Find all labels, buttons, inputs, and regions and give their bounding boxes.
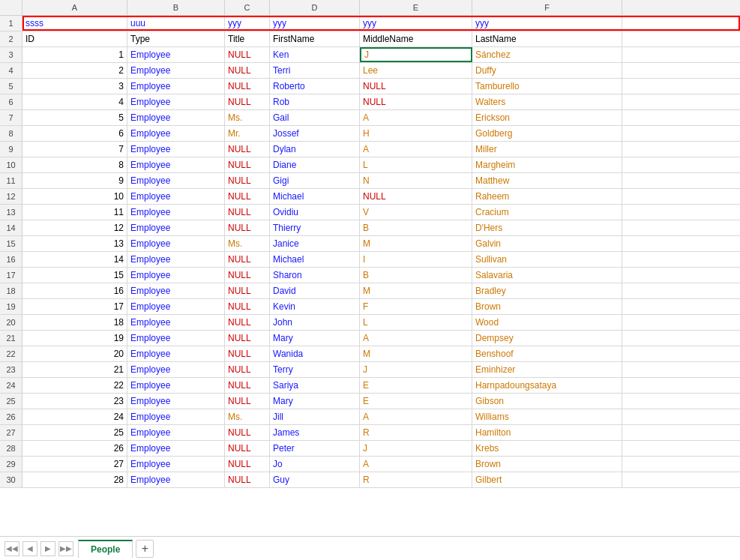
cell-title[interactable]: NULL: [225, 94, 270, 109]
cell-type[interactable]: Employee: [127, 63, 225, 78]
cell-lastname[interactable]: Raheem: [472, 189, 622, 204]
cell-title[interactable]: NULL: [225, 268, 270, 283]
cell-d1[interactable]: yyy: [270, 16, 360, 31]
cell-title[interactable]: NULL: [225, 205, 270, 220]
cell-id[interactable]: 16: [22, 283, 127, 298]
cell-middle[interactable]: I: [360, 252, 472, 267]
cell-b2[interactable]: Type: [127, 31, 225, 46]
cell-firstname[interactable]: Roberto: [270, 79, 360, 94]
cell-firstname[interactable]: Peter: [270, 441, 360, 456]
cell-title[interactable]: NULL: [225, 299, 270, 314]
cell-e2[interactable]: MiddleName: [360, 31, 472, 46]
cell-middle[interactable]: M: [360, 236, 472, 251]
nav-last[interactable]: ▶▶: [58, 541, 73, 556]
cell-id[interactable]: 6: [22, 126, 127, 141]
cell-lastname[interactable]: Duffy: [472, 63, 622, 78]
cell-a1[interactable]: ssss: [22, 16, 127, 31]
cell-lastname[interactable]: Erickson: [472, 110, 622, 125]
cell-c1[interactable]: yyy: [225, 16, 270, 31]
cell-lastname[interactable]: Dempsey: [472, 331, 622, 346]
cell-id[interactable]: 2: [22, 63, 127, 78]
col-header-e[interactable]: E: [360, 0, 472, 15]
cell-lastname[interactable]: Bradley: [472, 283, 622, 298]
cell-lastname[interactable]: Sullivan: [472, 252, 622, 267]
cell-firstname[interactable]: David: [270, 283, 360, 298]
cell-id[interactable]: 25: [22, 425, 127, 440]
cell-type[interactable]: Employee: [127, 268, 225, 283]
cell-title[interactable]: NULL: [225, 252, 270, 267]
cell-title[interactable]: NULL: [225, 142, 270, 157]
cell-middle[interactable]: J: [360, 47, 472, 62]
cell-id[interactable]: 20: [22, 346, 127, 361]
cell-type[interactable]: Employee: [127, 157, 225, 172]
cell-lastname[interactable]: Sánchez: [472, 47, 622, 62]
cell-title[interactable]: NULL: [225, 362, 270, 377]
cell-f2[interactable]: LastName: [472, 31, 622, 46]
cell-type[interactable]: Employee: [127, 236, 225, 251]
cell-id[interactable]: 26: [22, 441, 127, 456]
cell-title[interactable]: NULL: [225, 79, 270, 94]
cell-type[interactable]: Employee: [127, 315, 225, 330]
cell-f1[interactable]: yyy: [472, 16, 622, 31]
cell-firstname[interactable]: Wanida: [270, 346, 360, 361]
cell-type[interactable]: Employee: [127, 252, 225, 267]
cell-firstname[interactable]: Guy: [270, 472, 360, 487]
cell-firstname[interactable]: Jossef: [270, 126, 360, 141]
cell-firstname[interactable]: Ken: [270, 47, 360, 62]
cell-firstname[interactable]: Terry: [270, 362, 360, 377]
cell-lastname[interactable]: Brown: [472, 299, 622, 314]
cell-middle[interactable]: L: [360, 157, 472, 172]
cell-id[interactable]: 14: [22, 252, 127, 267]
cell-firstname[interactable]: Gail: [270, 110, 360, 125]
cell-type[interactable]: Employee: [127, 409, 225, 424]
cell-lastname[interactable]: Margheim: [472, 157, 622, 172]
cell-middle[interactable]: R: [360, 425, 472, 440]
cell-middle[interactable]: A: [360, 409, 472, 424]
cell-firstname[interactable]: Sharon: [270, 268, 360, 283]
cell-id[interactable]: 17: [22, 299, 127, 314]
cell-middle[interactable]: A: [360, 331, 472, 346]
cell-lastname[interactable]: Brown: [472, 457, 622, 472]
cell-middle[interactable]: F: [360, 299, 472, 314]
sheet-tab-people[interactable]: People: [78, 540, 133, 558]
cell-id[interactable]: 27: [22, 457, 127, 472]
cell-middle[interactable]: R: [360, 472, 472, 487]
cell-id[interactable]: 24: [22, 409, 127, 424]
cell-middle[interactable]: M: [360, 283, 472, 298]
cell-middle[interactable]: E: [360, 378, 472, 393]
col-header-c[interactable]: C: [225, 0, 270, 15]
cell-title[interactable]: NULL: [225, 425, 270, 440]
cell-firstname[interactable]: Michael: [270, 252, 360, 267]
cell-title[interactable]: NULL: [225, 346, 270, 361]
cell-type[interactable]: Employee: [127, 220, 225, 235]
cell-firstname[interactable]: Mary: [270, 331, 360, 346]
cell-firstname[interactable]: Diane: [270, 157, 360, 172]
cell-id[interactable]: 1: [22, 47, 127, 62]
cell-id[interactable]: 7: [22, 142, 127, 157]
cell-type[interactable]: Employee: [127, 331, 225, 346]
cell-lastname[interactable]: Miller: [472, 142, 622, 157]
cell-lastname[interactable]: Goldberg: [472, 126, 622, 141]
cell-type[interactable]: Employee: [127, 378, 225, 393]
cell-id[interactable]: 18: [22, 315, 127, 330]
cell-lastname[interactable]: Eminhizer: [472, 362, 622, 377]
cell-type[interactable]: Employee: [127, 472, 225, 487]
cell-title[interactable]: NULL: [225, 457, 270, 472]
cell-title[interactable]: NULL: [225, 472, 270, 487]
cell-firstname[interactable]: Thierry: [270, 220, 360, 235]
cell-id[interactable]: 8: [22, 157, 127, 172]
cell-type[interactable]: Employee: [127, 346, 225, 361]
cell-id[interactable]: 9: [22, 173, 127, 188]
cell-type[interactable]: Employee: [127, 47, 225, 62]
cell-type[interactable]: Employee: [127, 173, 225, 188]
cell-middle[interactable]: V: [360, 205, 472, 220]
cell-title[interactable]: NULL: [225, 189, 270, 204]
cell-id[interactable]: 11: [22, 205, 127, 220]
nav-next[interactable]: ▶: [40, 541, 55, 556]
add-sheet-button[interactable]: +: [136, 540, 154, 558]
cell-lastname[interactable]: Harnpadoungsataya: [472, 378, 622, 393]
cell-title[interactable]: Ms.: [225, 110, 270, 125]
cell-middle[interactable]: NULL: [360, 79, 472, 94]
cell-id[interactable]: 23: [22, 394, 127, 409]
cell-title[interactable]: NULL: [225, 63, 270, 78]
